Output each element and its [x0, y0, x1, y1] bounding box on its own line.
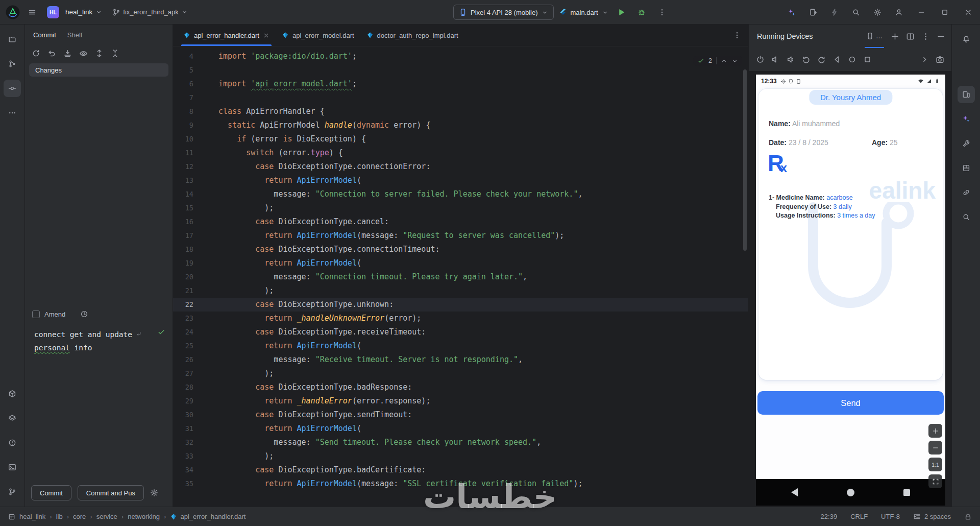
notifications-button[interactable] — [958, 31, 975, 48]
project-widget[interactable]: HL heal_link — [44, 5, 105, 20]
breadcrumb[interactable]: heal_link› lib› core› service› networkin… — [8, 513, 246, 520]
rotate-left-icon[interactable] — [802, 55, 811, 64]
split-panel-icon[interactable] — [906, 32, 915, 41]
more-tool-windows-button[interactable] — [4, 104, 21, 122]
volume-down-icon[interactable] — [771, 55, 780, 64]
commit-options-icon[interactable] — [150, 489, 158, 497]
home-icon[interactable] — [848, 55, 856, 64]
build-variants-tool-button[interactable] — [4, 410, 21, 427]
run-button[interactable] — [614, 5, 629, 20]
collapse-all-icon[interactable] — [111, 49, 119, 58]
window-maximize-button[interactable] — [933, 0, 957, 25]
code-line[interactable]: 28 case DioExceptionType.badResponse: — [173, 380, 748, 394]
zoom-in-button[interactable] — [928, 424, 942, 438]
code-line[interactable]: 16 case DioExceptionType.cancel: — [173, 215, 748, 229]
ai-assistant-tool-button[interactable] — [958, 110, 975, 128]
next-problem-icon[interactable] — [731, 58, 738, 64]
volume-up-icon[interactable] — [787, 55, 795, 64]
debug-button[interactable] — [634, 5, 649, 20]
code-line[interactable]: 30 case DioExceptionType.sendTimeout: — [173, 408, 748, 422]
encoding-indicator[interactable]: UTF-8 — [881, 513, 900, 520]
code-line[interactable]: 12 case DioExceptionType.connectionError… — [173, 160, 748, 174]
code-line[interactable]: 27 ); — [173, 367, 748, 380]
hide-panel-icon[interactable] — [937, 32, 945, 41]
window-minimize-button[interactable] — [910, 0, 933, 25]
zoom-fit-button[interactable] — [928, 474, 942, 488]
main-menu-button[interactable] — [24, 5, 40, 20]
code-line[interactable]: 18 case DioExceptionType.connectionTimeo… — [173, 243, 748, 256]
overview-icon[interactable] — [863, 55, 872, 64]
nav-recents-icon[interactable] — [903, 489, 910, 496]
inspections-widget[interactable]: 2 — [693, 56, 742, 66]
emulator-screen[interactable]: 12:33 ealink — [756, 75, 945, 506]
nav-home-icon[interactable] — [847, 489, 854, 496]
refresh-icon[interactable] — [32, 49, 40, 58]
expand-all-icon[interactable] — [95, 49, 104, 58]
line-ending-indicator[interactable]: CRLF — [850, 513, 868, 520]
indent-indicator[interactable]: 2 spaces — [913, 513, 951, 520]
panel-options-icon[interactable] — [921, 32, 930, 41]
problems-tool-button[interactable] — [4, 434, 21, 451]
code-line[interactable]: 9 static ApiErrorModel handle(dynamic er… — [173, 118, 748, 132]
commit-and-push-button[interactable]: Commit and Pus — [78, 485, 144, 500]
back-icon[interactable] — [832, 55, 841, 64]
code-line[interactable]: 10 if (error is DioException) { — [173, 132, 748, 146]
zoom-reset-button[interactable]: 1:1 — [928, 458, 942, 471]
plugins-tool-button[interactable] — [958, 159, 975, 177]
tab-shelf[interactable]: Shelf — [67, 31, 83, 39]
code-line[interactable]: 33 ); — [173, 449, 748, 463]
window-close-button[interactable] — [957, 0, 980, 25]
zoom-out-button[interactable] — [928, 441, 942, 455]
run-configuration-selector[interactable]: main.dart — [559, 8, 608, 16]
code-line[interactable]: 11 switch (error.type) { — [173, 146, 748, 160]
amend-checkbox[interactable] — [32, 310, 40, 318]
code-line[interactable]: 23 return _handleUnknownError(error); — [173, 312, 748, 325]
search-everywhere-button[interactable] — [847, 4, 865, 21]
build-tools-button[interactable] — [958, 135, 975, 152]
code-line[interactable]: 15 ); — [173, 201, 748, 215]
code-line[interactable]: 21 ); — [173, 284, 748, 298]
editor-tab[interactable]: doctor_auth_repo_impl.dart — [360, 25, 464, 46]
running-devices-button[interactable] — [958, 86, 975, 103]
code-line[interactable]: 14 message: "Connection to server failed… — [173, 187, 748, 201]
code-line[interactable]: 31 return ApiErrorModel( — [173, 422, 748, 436]
code-editor[interactable]: 4import 'package:dio/dio.dart';56import … — [173, 46, 748, 507]
code-line[interactable]: 19 return ApiErrorModel( — [173, 256, 748, 270]
code-line[interactable]: 5 — [173, 63, 748, 77]
vcs-branch-widget[interactable]: fix_erorr_third_apk — [109, 5, 190, 20]
code-line[interactable]: 35 return ApiErrorModel(message: "SSL ce… — [173, 477, 748, 491]
nav-back-icon[interactable] — [791, 488, 798, 496]
code-line[interactable]: 13 return ApiErrorModel( — [173, 174, 748, 187]
tab-options-icon[interactable] — [733, 31, 741, 39]
rollback-icon[interactable] — [47, 49, 56, 58]
code-line[interactable]: 22 case DioExceptionType.unknown: — [173, 298, 748, 312]
more-toolbar-icon[interactable] — [920, 55, 929, 64]
code-line[interactable]: 7 — [173, 91, 748, 105]
device-tab[interactable]: … — [865, 25, 884, 48]
commit-history-icon[interactable] — [80, 310, 88, 318]
version-control-tool-button[interactable] — [4, 483, 21, 500]
changes-tree-node[interactable]: Changes — [29, 63, 168, 77]
code-line[interactable]: 34 case DioExceptionType.badCertificate: — [173, 463, 748, 477]
code-line[interactable]: 4import 'package:dio/dio.dart'; — [173, 50, 748, 63]
more-actions-button[interactable] — [654, 5, 670, 20]
view-options-icon[interactable] — [79, 49, 88, 58]
commit-button[interactable]: Commit — [31, 485, 71, 500]
profile-button[interactable] — [890, 4, 908, 21]
code-line[interactable]: 29 return _handleError(error.response); — [173, 394, 748, 408]
prev-problem-icon[interactable] — [721, 58, 727, 64]
history-tool-button[interactable] — [4, 55, 21, 73]
editor-scrollbar[interactable] — [743, 69, 747, 251]
close-tab-icon[interactable] — [263, 32, 270, 39]
editor-tab-active[interactable]: api_error_handler.dart — [177, 25, 276, 46]
commit-tool-button[interactable] — [4, 80, 21, 97]
code-line[interactable]: 25 return ApiErrorModel( — [173, 339, 748, 353]
code-line[interactable]: 6import 'api_erorr_model.dart'; — [173, 77, 748, 91]
editor-tab[interactable]: api_erorr_model.dart — [276, 25, 360, 46]
terminal-tool-button[interactable] — [4, 459, 21, 476]
device-explorer-button[interactable] — [958, 208, 975, 226]
cursor-position[interactable]: 22:39 — [821, 513, 838, 520]
code-line[interactable]: 20 message: "Connection timeout. Please … — [173, 270, 748, 284]
add-device-icon[interactable] — [891, 32, 899, 41]
screenshot-icon[interactable] — [936, 55, 944, 64]
